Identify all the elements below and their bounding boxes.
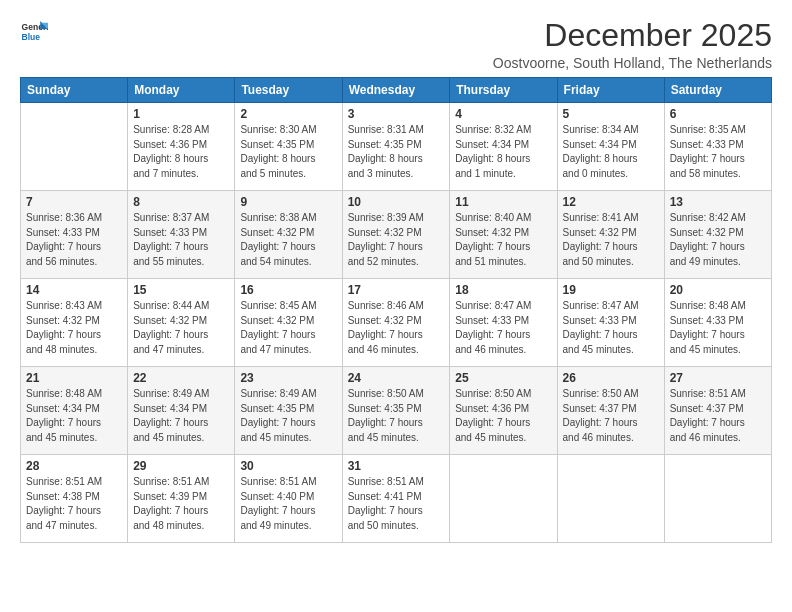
day-number: 24 bbox=[348, 371, 445, 385]
day-info: Sunrise: 8:44 AM Sunset: 4:32 PM Dayligh… bbox=[133, 299, 229, 357]
day-number: 31 bbox=[348, 459, 445, 473]
day-number: 20 bbox=[670, 283, 766, 297]
day-number: 26 bbox=[563, 371, 659, 385]
day-number: 4 bbox=[455, 107, 551, 121]
calendar-cell: 26Sunrise: 8:50 AM Sunset: 4:37 PM Dayli… bbox=[557, 367, 664, 455]
day-info: Sunrise: 8:43 AM Sunset: 4:32 PM Dayligh… bbox=[26, 299, 122, 357]
header: General Blue December 2025 Oostvoorne, S… bbox=[20, 18, 772, 71]
day-info: Sunrise: 8:50 AM Sunset: 4:37 PM Dayligh… bbox=[563, 387, 659, 445]
day-number: 19 bbox=[563, 283, 659, 297]
day-info: Sunrise: 8:50 AM Sunset: 4:35 PM Dayligh… bbox=[348, 387, 445, 445]
calendar-cell: 8Sunrise: 8:37 AM Sunset: 4:33 PM Daylig… bbox=[128, 191, 235, 279]
day-info: Sunrise: 8:51 AM Sunset: 4:41 PM Dayligh… bbox=[348, 475, 445, 533]
day-info: Sunrise: 8:36 AM Sunset: 4:33 PM Dayligh… bbox=[26, 211, 122, 269]
calendar-week-2: 7Sunrise: 8:36 AM Sunset: 4:33 PM Daylig… bbox=[21, 191, 772, 279]
day-info: Sunrise: 8:35 AM Sunset: 4:33 PM Dayligh… bbox=[670, 123, 766, 181]
day-info: Sunrise: 8:30 AM Sunset: 4:35 PM Dayligh… bbox=[240, 123, 336, 181]
day-number: 10 bbox=[348, 195, 445, 209]
day-info: Sunrise: 8:28 AM Sunset: 4:36 PM Dayligh… bbox=[133, 123, 229, 181]
svg-text:Blue: Blue bbox=[22, 32, 41, 42]
calendar-cell: 21Sunrise: 8:48 AM Sunset: 4:34 PM Dayli… bbox=[21, 367, 128, 455]
calendar-cell: 14Sunrise: 8:43 AM Sunset: 4:32 PM Dayli… bbox=[21, 279, 128, 367]
day-number: 13 bbox=[670, 195, 766, 209]
day-info: Sunrise: 8:41 AM Sunset: 4:32 PM Dayligh… bbox=[563, 211, 659, 269]
day-info: Sunrise: 8:50 AM Sunset: 4:36 PM Dayligh… bbox=[455, 387, 551, 445]
calendar-cell: 12Sunrise: 8:41 AM Sunset: 4:32 PM Dayli… bbox=[557, 191, 664, 279]
day-number: 6 bbox=[670, 107, 766, 121]
main-title: December 2025 bbox=[493, 18, 772, 53]
calendar-cell: 1Sunrise: 8:28 AM Sunset: 4:36 PM Daylig… bbox=[128, 103, 235, 191]
day-number: 2 bbox=[240, 107, 336, 121]
calendar-cell: 23Sunrise: 8:49 AM Sunset: 4:35 PM Dayli… bbox=[235, 367, 342, 455]
day-info: Sunrise: 8:34 AM Sunset: 4:34 PM Dayligh… bbox=[563, 123, 659, 181]
calendar-cell: 10Sunrise: 8:39 AM Sunset: 4:32 PM Dayli… bbox=[342, 191, 450, 279]
day-info: Sunrise: 8:46 AM Sunset: 4:32 PM Dayligh… bbox=[348, 299, 445, 357]
day-number: 8 bbox=[133, 195, 229, 209]
calendar-cell: 30Sunrise: 8:51 AM Sunset: 4:40 PM Dayli… bbox=[235, 455, 342, 543]
day-number: 14 bbox=[26, 283, 122, 297]
day-number: 25 bbox=[455, 371, 551, 385]
day-number: 28 bbox=[26, 459, 122, 473]
day-info: Sunrise: 8:48 AM Sunset: 4:34 PM Dayligh… bbox=[26, 387, 122, 445]
day-number: 7 bbox=[26, 195, 122, 209]
calendar-cell: 16Sunrise: 8:45 AM Sunset: 4:32 PM Dayli… bbox=[235, 279, 342, 367]
day-number: 18 bbox=[455, 283, 551, 297]
calendar-cell: 5Sunrise: 8:34 AM Sunset: 4:34 PM Daylig… bbox=[557, 103, 664, 191]
calendar-cell: 9Sunrise: 8:38 AM Sunset: 4:32 PM Daylig… bbox=[235, 191, 342, 279]
logo: General Blue bbox=[20, 18, 48, 46]
day-number: 15 bbox=[133, 283, 229, 297]
calendar: Sunday Monday Tuesday Wednesday Thursday… bbox=[20, 77, 772, 543]
calendar-header-row: Sunday Monday Tuesday Wednesday Thursday… bbox=[21, 78, 772, 103]
calendar-cell bbox=[21, 103, 128, 191]
day-info: Sunrise: 8:49 AM Sunset: 4:34 PM Dayligh… bbox=[133, 387, 229, 445]
calendar-cell: 3Sunrise: 8:31 AM Sunset: 4:35 PM Daylig… bbox=[342, 103, 450, 191]
calendar-cell: 15Sunrise: 8:44 AM Sunset: 4:32 PM Dayli… bbox=[128, 279, 235, 367]
col-tuesday: Tuesday bbox=[235, 78, 342, 103]
day-number: 27 bbox=[670, 371, 766, 385]
calendar-cell: 17Sunrise: 8:46 AM Sunset: 4:32 PM Dayli… bbox=[342, 279, 450, 367]
calendar-cell bbox=[557, 455, 664, 543]
calendar-cell bbox=[450, 455, 557, 543]
day-info: Sunrise: 8:48 AM Sunset: 4:33 PM Dayligh… bbox=[670, 299, 766, 357]
calendar-cell: 24Sunrise: 8:50 AM Sunset: 4:35 PM Dayli… bbox=[342, 367, 450, 455]
day-info: Sunrise: 8:39 AM Sunset: 4:32 PM Dayligh… bbox=[348, 211, 445, 269]
day-number: 29 bbox=[133, 459, 229, 473]
calendar-cell: 13Sunrise: 8:42 AM Sunset: 4:32 PM Dayli… bbox=[664, 191, 771, 279]
subtitle: Oostvoorne, South Holland, The Netherlan… bbox=[493, 55, 772, 71]
day-number: 21 bbox=[26, 371, 122, 385]
calendar-cell bbox=[664, 455, 771, 543]
col-friday: Friday bbox=[557, 78, 664, 103]
day-info: Sunrise: 8:51 AM Sunset: 4:37 PM Dayligh… bbox=[670, 387, 766, 445]
calendar-week-1: 1Sunrise: 8:28 AM Sunset: 4:36 PM Daylig… bbox=[21, 103, 772, 191]
calendar-cell: 20Sunrise: 8:48 AM Sunset: 4:33 PM Dayli… bbox=[664, 279, 771, 367]
calendar-cell: 31Sunrise: 8:51 AM Sunset: 4:41 PM Dayli… bbox=[342, 455, 450, 543]
calendar-cell: 22Sunrise: 8:49 AM Sunset: 4:34 PM Dayli… bbox=[128, 367, 235, 455]
day-info: Sunrise: 8:45 AM Sunset: 4:32 PM Dayligh… bbox=[240, 299, 336, 357]
calendar-cell: 19Sunrise: 8:47 AM Sunset: 4:33 PM Dayli… bbox=[557, 279, 664, 367]
calendar-cell: 4Sunrise: 8:32 AM Sunset: 4:34 PM Daylig… bbox=[450, 103, 557, 191]
page: General Blue December 2025 Oostvoorne, S… bbox=[0, 0, 792, 553]
day-info: Sunrise: 8:40 AM Sunset: 4:32 PM Dayligh… bbox=[455, 211, 551, 269]
calendar-cell: 28Sunrise: 8:51 AM Sunset: 4:38 PM Dayli… bbox=[21, 455, 128, 543]
calendar-week-3: 14Sunrise: 8:43 AM Sunset: 4:32 PM Dayli… bbox=[21, 279, 772, 367]
day-number: 9 bbox=[240, 195, 336, 209]
day-info: Sunrise: 8:37 AM Sunset: 4:33 PM Dayligh… bbox=[133, 211, 229, 269]
day-info: Sunrise: 8:51 AM Sunset: 4:38 PM Dayligh… bbox=[26, 475, 122, 533]
calendar-cell: 6Sunrise: 8:35 AM Sunset: 4:33 PM Daylig… bbox=[664, 103, 771, 191]
day-number: 12 bbox=[563, 195, 659, 209]
calendar-cell: 11Sunrise: 8:40 AM Sunset: 4:32 PM Dayli… bbox=[450, 191, 557, 279]
calendar-cell: 29Sunrise: 8:51 AM Sunset: 4:39 PM Dayli… bbox=[128, 455, 235, 543]
day-number: 30 bbox=[240, 459, 336, 473]
col-saturday: Saturday bbox=[664, 78, 771, 103]
col-sunday: Sunday bbox=[21, 78, 128, 103]
calendar-week-4: 21Sunrise: 8:48 AM Sunset: 4:34 PM Dayli… bbox=[21, 367, 772, 455]
day-info: Sunrise: 8:32 AM Sunset: 4:34 PM Dayligh… bbox=[455, 123, 551, 181]
day-info: Sunrise: 8:51 AM Sunset: 4:39 PM Dayligh… bbox=[133, 475, 229, 533]
day-number: 22 bbox=[133, 371, 229, 385]
day-info: Sunrise: 8:47 AM Sunset: 4:33 PM Dayligh… bbox=[455, 299, 551, 357]
day-number: 11 bbox=[455, 195, 551, 209]
col-thursday: Thursday bbox=[450, 78, 557, 103]
day-info: Sunrise: 8:31 AM Sunset: 4:35 PM Dayligh… bbox=[348, 123, 445, 181]
day-info: Sunrise: 8:49 AM Sunset: 4:35 PM Dayligh… bbox=[240, 387, 336, 445]
calendar-week-5: 28Sunrise: 8:51 AM Sunset: 4:38 PM Dayli… bbox=[21, 455, 772, 543]
